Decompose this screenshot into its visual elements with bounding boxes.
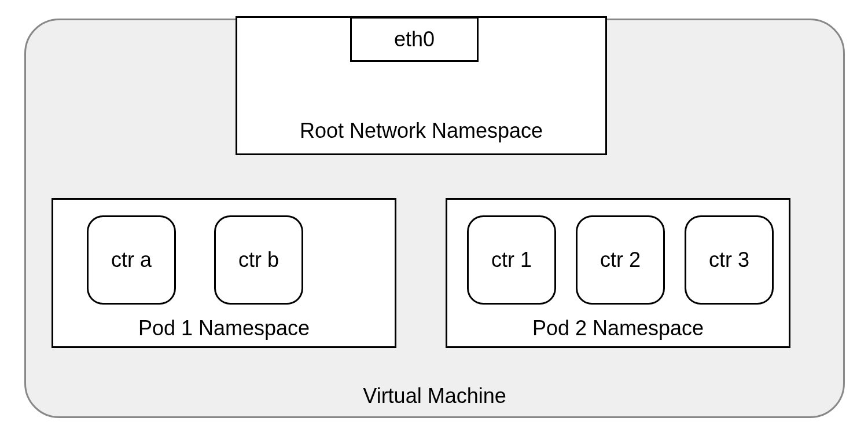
container-ctr-3: ctr 3 [685, 215, 774, 305]
virtual-machine-label: Virtual Machine [363, 384, 506, 408]
container-label: ctr 2 [600, 248, 641, 272]
container-ctr-2: ctr 2 [576, 215, 665, 305]
container-label: ctr 1 [491, 248, 532, 272]
container-ctr-1: ctr 1 [467, 215, 556, 305]
container-label: ctr a [111, 248, 152, 272]
container-ctr-b: ctr b [214, 215, 303, 305]
eth0-interface-label: eth0 [394, 27, 435, 52]
container-label: ctr b [238, 248, 279, 272]
container-label: ctr 3 [709, 248, 749, 272]
root-network-namespace-label: Root Network Namespace [300, 119, 543, 143]
pod-1-namespace-label: Pod 1 Namespace [138, 316, 310, 340]
eth0-interface-box: eth0 [350, 17, 479, 62]
pod-2-namespace-label: Pod 2 Namespace [532, 316, 704, 340]
container-ctr-a: ctr a [87, 215, 176, 305]
